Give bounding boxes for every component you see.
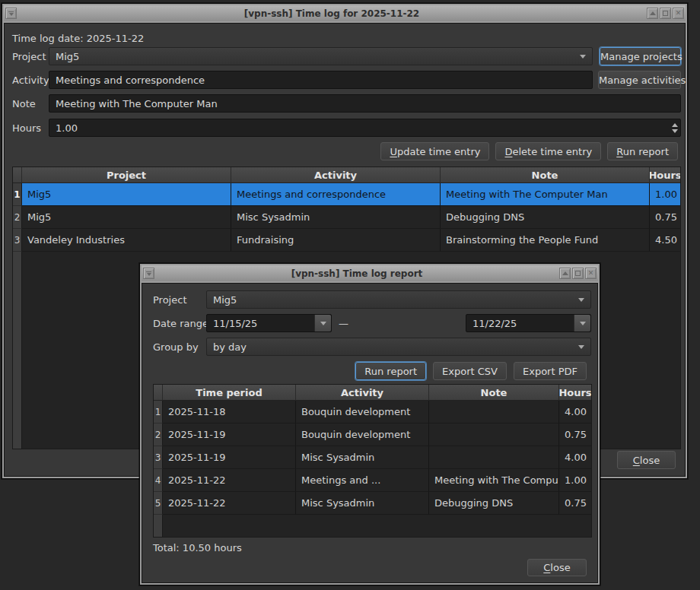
report-table-row[interactable]: 1 2025-11-18 Bouquin development 4.00 — [154, 401, 591, 423]
cell-note[interactable]: Meeting with The Computer Man — [441, 183, 650, 206]
close-icon[interactable]: ✕ — [673, 8, 684, 19]
cell-note[interactable]: Meeting with The Computer... — [429, 469, 559, 492]
main-close-button[interactable]: Close — [617, 451, 676, 469]
cell-hours[interactable]: 4.00 — [559, 401, 591, 423]
project-combobox[interactable]: Mig5 — [49, 47, 593, 65]
project-label: Project — [12, 51, 46, 62]
report-table-row[interactable]: 4 2025-11-22 Meetings and ... Meeting wi… — [154, 469, 591, 492]
report-table-row[interactable]: 5 2025-11-22 Misc Sysadmin Debugging DNS… — [154, 492, 591, 515]
cell-project[interactable]: Mig5 — [22, 206, 231, 229]
cell-note[interactable]: Brainstorming the People Fund — [441, 229, 650, 252]
cell-activity[interactable]: Fundraising — [231, 229, 441, 252]
date-from-value: 11/15/25 — [207, 315, 314, 331]
cell-hours[interactable]: 0.75 — [559, 492, 591, 515]
header-activity[interactable]: Activity — [296, 385, 429, 401]
hours-spinbox[interactable] — [49, 119, 681, 137]
maximize-icon[interactable] — [572, 268, 584, 279]
cell-note[interactable] — [429, 423, 559, 446]
window-menu-icon[interactable] — [143, 268, 154, 279]
table-row[interactable]: 3 Vandeley Industries Fundraising Brains… — [13, 229, 680, 252]
date-to-field[interactable]: 11/22/25 — [466, 314, 591, 332]
window-menu-icon[interactable] — [5, 8, 17, 19]
cell-note[interactable] — [429, 401, 559, 423]
report-project-label: Project — [153, 294, 186, 306]
run-report-button[interactable]: Run report — [607, 142, 678, 160]
cell-hours[interactable]: 1.00 — [559, 469, 591, 492]
delete-time-entry-button[interactable]: Delete time entry — [495, 142, 601, 160]
cell-project[interactable]: Mig5 — [22, 183, 231, 206]
header-activity[interactable]: Activity — [231, 167, 441, 183]
spin-up-icon[interactable] — [672, 123, 678, 127]
cell-hours[interactable]: 1.00 — [650, 183, 680, 206]
cell-activity[interactable]: Bouquin development — [296, 423, 429, 446]
cell-hours[interactable]: 0.75 — [650, 206, 680, 229]
activity-input[interactable] — [49, 71, 593, 89]
row-number[interactable]: 2 — [13, 206, 22, 229]
row-number[interactable]: 1 — [13, 183, 22, 206]
export-csv-button[interactable]: Export CSV — [433, 362, 507, 380]
header-note[interactable]: Note — [441, 167, 650, 183]
table-row[interactable]: 1 Mig5 Meetings and correspondence Meeti… — [13, 183, 680, 206]
dialog-close-button[interactable]: Close — [527, 559, 587, 576]
maximize-icon[interactable] — [660, 8, 671, 19]
manage-projects-button[interactable]: Manage projects — [600, 47, 681, 65]
header-hours[interactable]: Hours — [650, 167, 680, 183]
hours-input[interactable] — [49, 119, 681, 137]
chevron-down-icon — [320, 322, 326, 325]
cell-time-period[interactable]: 2025-11-19 — [163, 423, 296, 446]
manage-activities-button[interactable]: Manage activities — [598, 71, 681, 89]
total-hours-label: Total: 10.50 hours — [153, 542, 242, 554]
cell-activity[interactable]: Misc Sysadmin — [296, 446, 429, 469]
shade-icon[interactable] — [647, 8, 658, 19]
row-number[interactable]: 2 — [154, 423, 163, 446]
row-number[interactable]: 5 — [154, 492, 163, 515]
cell-time-period[interactable]: 2025-11-18 — [163, 401, 296, 423]
dialog-run-report-button[interactable]: Run report — [355, 362, 426, 380]
cell-time-period[interactable]: 2025-11-19 — [163, 446, 296, 469]
dialog-action-buttons: Run report Export CSV Export PDF — [355, 362, 587, 380]
row-number[interactable]: 4 — [154, 469, 163, 492]
report-project-combobox[interactable]: Mig5 — [206, 290, 591, 309]
update-time-entry-button[interactable]: Update time entry — [380, 142, 489, 160]
cell-hours[interactable]: 4.00 — [559, 446, 591, 469]
spin-down-icon[interactable] — [672, 129, 678, 133]
group-by-combobox[interactable]: by day — [206, 338, 591, 356]
table-row[interactable]: 2 Mig5 Misc Sysadmin Debugging DNS 0.75 — [13, 206, 680, 229]
export-pdf-button[interactable]: Export PDF — [514, 362, 587, 380]
shade-icon[interactable] — [559, 268, 571, 279]
cell-hours[interactable]: 4.50 — [650, 229, 680, 252]
note-label: Note — [12, 98, 36, 109]
cell-activity[interactable]: Meetings and ... — [296, 469, 429, 492]
chevron-down-icon — [580, 322, 586, 325]
report-table-row[interactable]: 3 2025-11-19 Misc Sysadmin 4.00 — [154, 446, 591, 469]
cell-note[interactable]: Debugging DNS — [429, 492, 559, 515]
cell-note[interactable]: Debugging DNS — [441, 206, 650, 229]
cell-activity[interactable]: Misc Sysadmin — [296, 492, 429, 515]
date-from-dropdown-button[interactable] — [314, 315, 331, 331]
date-from-field[interactable]: 11/15/25 — [206, 314, 332, 332]
cell-activity[interactable]: Misc Sysadmin — [231, 206, 441, 229]
cell-activity[interactable]: Meetings and correspondence — [231, 183, 441, 206]
cell-note[interactable] — [429, 446, 559, 469]
close-icon[interactable]: ✕ — [585, 268, 597, 279]
chevron-down-icon — [578, 345, 584, 349]
chevron-down-icon — [578, 298, 584, 302]
cell-time-period[interactable]: 2025-11-22 — [163, 469, 296, 492]
header-project[interactable]: Project — [22, 167, 231, 183]
hours-label: Hours — [12, 122, 41, 134]
date-to-dropdown-button[interactable] — [574, 315, 590, 331]
row-number[interactable]: 3 — [154, 446, 163, 469]
cell-activity[interactable]: Bouquin development — [296, 401, 429, 423]
report-dialog: [vpn-ssh] Time log report ✕ Project Mig5… — [139, 263, 600, 585]
report-table-row[interactable]: 2 2025-11-19 Bouquin development 0.75 — [154, 423, 591, 446]
cell-hours[interactable]: 0.75 — [559, 423, 591, 446]
header-note[interactable]: Note — [429, 385, 559, 401]
cell-project[interactable]: Vandeley Industries — [22, 229, 231, 252]
activity-label: Activity — [12, 75, 49, 86]
row-number[interactable]: 1 — [154, 401, 163, 423]
header-hours[interactable]: Hours — [559, 385, 591, 401]
header-time-period[interactable]: Time period — [163, 385, 296, 401]
row-number[interactable]: 3 — [13, 229, 22, 252]
note-input[interactable] — [49, 94, 681, 113]
cell-time-period[interactable]: 2025-11-22 — [163, 492, 296, 515]
